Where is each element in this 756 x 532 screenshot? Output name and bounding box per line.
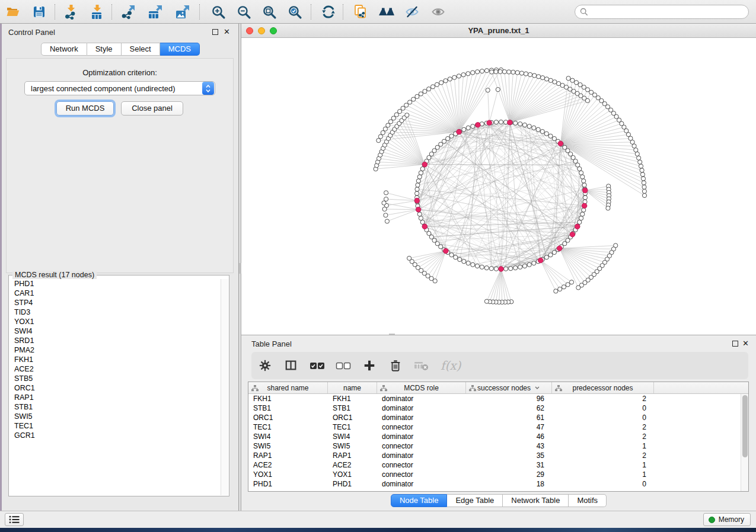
mcds-result-item[interactable]: FKH1	[9, 355, 221, 364]
column-header-predecessor-nodes[interactable]: predecessor nodes	[552, 382, 654, 393]
table-row[interactable]: ACE2ACE2connector311	[248, 460, 748, 470]
cell-name: TEC1	[328, 422, 377, 432]
mcds-result-item[interactable]: GCR1	[9, 431, 221, 440]
export-table-button[interactable]	[146, 3, 165, 21]
cell-successor-nodes: 29	[466, 470, 552, 479]
mcds-result-item[interactable]: PMA2	[9, 345, 221, 355]
export-image-button[interactable]	[173, 3, 192, 21]
delete-column-button[interactable]	[387, 357, 404, 374]
column-header-successor-nodes[interactable]: successor nodes	[466, 382, 552, 393]
function-builder-button[interactable]: f(x)	[439, 357, 465, 374]
search-input[interactable]	[592, 8, 744, 16]
table-row[interactable]: YOX1YOX1connector291	[248, 470, 748, 479]
network-canvas[interactable]	[241, 38, 756, 335]
trash-icon	[389, 359, 402, 372]
table-row[interactable]: PHD1PHD1dominator180	[248, 479, 748, 489]
table-row[interactable]: STB1STB1dominator620	[248, 403, 748, 413]
node-table[interactable]: shared namenameMCDS rolesuccessor nodesp…	[248, 382, 749, 492]
mcds-result-item[interactable]: ORC1	[9, 383, 221, 393]
mcds-result-item[interactable]: STB5	[9, 374, 221, 383]
zoom-in-button[interactable]	[209, 3, 228, 21]
run-mcds-button[interactable]: Run MCDS	[56, 101, 114, 116]
show-all-button[interactable]	[429, 3, 448, 21]
scrollbar-thumb[interactable]	[742, 395, 748, 457]
cell-predecessor-nodes: 2	[552, 422, 654, 432]
table-row[interactable]: SWI5SWI5connector431	[248, 441, 748, 451]
status-bar: Memory	[0, 511, 756, 528]
export-network-button[interactable]	[119, 3, 138, 21]
mcds-result-item[interactable]: CAR1	[9, 289, 221, 298]
new-network-from-selection-button[interactable]	[351, 3, 370, 21]
cell-name: STB1	[328, 403, 377, 413]
tab-style[interactable]: Style	[87, 43, 122, 56]
mcds-result-item[interactable]: TID3	[9, 307, 221, 317]
tab-motifs[interactable]: Motifs	[569, 494, 607, 507]
mcds-result-item[interactable]: PHD1	[9, 279, 221, 289]
table-scrollbar[interactable]	[741, 394, 748, 491]
tab-network-table[interactable]: Network Table	[503, 494, 569, 507]
save-session-button[interactable]	[30, 3, 49, 21]
cell-mcds-role: dominator	[377, 432, 466, 441]
table-row[interactable]: RAP1RAP1dominator352	[248, 451, 748, 460]
tab-network[interactable]: Network	[41, 43, 87, 56]
mcds-result-item[interactable]: ACE2	[9, 364, 221, 374]
table-row[interactable]: FKH1FKH1dominator962	[248, 394, 748, 403]
table-row[interactable]: ORC1ORC1dominator610	[248, 413, 748, 422]
close-panel-icon[interactable]: ✕	[742, 339, 749, 348]
mcds-result-item[interactable]: STB1	[9, 402, 221, 412]
zoom-selected-button[interactable]	[285, 3, 304, 21]
import-table-button[interactable]	[88, 3, 107, 21]
tab-edge-table[interactable]: Edge Table	[447, 494, 503, 507]
cell-shared-name: TEC1	[248, 422, 328, 432]
control-panel-tabs: NetworkStyleSelectMCDS	[2, 43, 239, 56]
zoom-fit-button[interactable]	[260, 3, 279, 21]
open-file-button[interactable]	[4, 3, 23, 21]
network-graph[interactable]	[241, 38, 756, 335]
mcds-result-item[interactable]: STP4	[9, 298, 221, 307]
settings-gear-button[interactable]	[256, 357, 274, 374]
mcds-result-item[interactable]: RAP1	[9, 393, 221, 402]
table-row[interactable]: SWI4SWI4dominator462	[248, 432, 748, 441]
zoom-fit-icon	[262, 5, 277, 20]
criterion-dropdown[interactable]: largest connected component (undirected)	[24, 81, 215, 95]
memory-button[interactable]: Memory	[703, 513, 751, 526]
refresh-layout-button[interactable]	[319, 3, 338, 21]
select-all-button[interactable]	[308, 357, 326, 374]
import-network-button[interactable]	[62, 3, 81, 21]
mcds-result-item[interactable]: SWI4	[9, 326, 221, 336]
column-view-button[interactable]	[282, 357, 300, 374]
application-window: Control Panel ✕ NetworkStyleSelectMCDS O…	[0, 0, 756, 532]
save-icon	[32, 5, 46, 19]
mcds-result-title: MCDS result (17 nodes)	[12, 271, 97, 279]
tab-node-table[interactable]: Node Table	[391, 494, 448, 507]
mcds-result-item[interactable]: SWI5	[9, 412, 221, 421]
mcds-result-list[interactable]: PHD1CAR1STP4TID3YOX1SWI4SRD1PMA2FKH1ACE2…	[9, 279, 221, 495]
mcds-list-scrollbar[interactable]	[221, 279, 228, 495]
cell-predecessor-nodes: 1	[552, 460, 654, 470]
deselect-all-button[interactable]	[334, 357, 352, 374]
float-panel-icon[interactable]	[212, 29, 218, 35]
tab-select[interactable]: Select	[122, 43, 160, 56]
column-header-name[interactable]: name	[328, 382, 377, 393]
add-column-button[interactable]	[361, 357, 378, 374]
cell-predecessor-nodes: 0	[552, 403, 654, 413]
mcds-result-item[interactable]: TEC1	[9, 421, 221, 431]
task-history-button[interactable]	[5, 513, 24, 526]
tab-mcds[interactable]: MCDS	[160, 43, 200, 56]
table-row[interactable]: TEC1TEC1connector472	[248, 422, 748, 432]
mcds-result-item[interactable]: SRD1	[9, 336, 221, 345]
close-panel-icon[interactable]: ✕	[224, 27, 230, 36]
cell-name: FKH1	[328, 394, 377, 403]
mcds-tab-pane: Optimization criterion: largest connecte…	[6, 58, 234, 273]
close-panel-button[interactable]: Close panel	[121, 101, 183, 116]
float-panel-icon[interactable]	[732, 341, 738, 347]
column-header-MCDS-role[interactable]: MCDS role	[377, 382, 466, 393]
hide-selected-button[interactable]	[403, 3, 422, 21]
cell-mcds-role: dominator	[377, 479, 466, 489]
column-header-shared-name[interactable]: shared name	[248, 382, 328, 393]
delete-table-button[interactable]	[413, 357, 430, 374]
first-neighbors-button[interactable]	[377, 3, 396, 21]
cell-successor-nodes: 61	[466, 413, 552, 422]
zoom-out-button[interactable]	[234, 3, 253, 21]
mcds-result-item[interactable]: YOX1	[9, 317, 221, 326]
